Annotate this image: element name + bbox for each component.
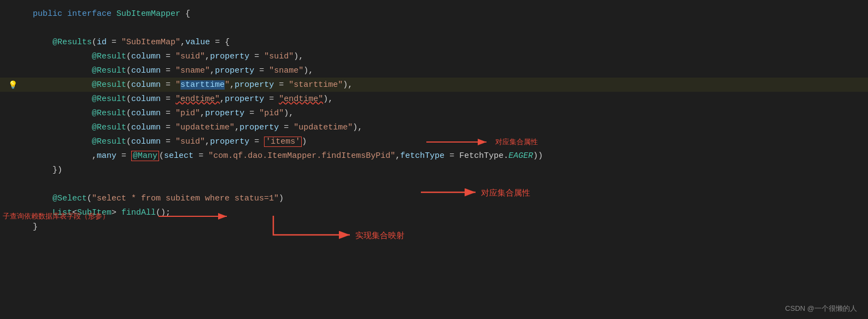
code-editor: public interface SubItemMapper { @Result… [0,0,868,319]
code-line: }) [0,163,868,177]
code-line [0,177,868,191]
code-text: ,many = @Many(select = "com.qf.dao.ItemM… [22,151,868,161]
code-line: @Result(column = "updatetime",property =… [0,120,868,134]
code-line: @Select("select * from subitem where sta… [0,191,868,205]
code-line: public interface SubItemMapper { [0,7,868,21]
code-text: @Result(column = "suid",property = "suid… [22,52,868,61]
code-line: @Results(id = "SubItemMap",value = { [0,35,868,49]
arrow-right-1 [426,136,492,148]
code-text: @Result(column = "sname",property = "sna… [22,66,868,75]
code-line: @Result(column = "sname",property = "sna… [0,63,868,78]
code-text: }) [22,166,868,175]
code-text [22,180,868,189]
annotation-collection-label: 对应集合属性 [495,137,538,147]
code-line: @Result(column = "suid",property = 'item… [0,134,868,149]
code-line [0,21,868,35]
code-line: @Result(column = "pid",property = "pid")… [0,106,868,120]
code-text: @Select("select * from subitem where sta… [22,194,868,203]
code-text: public interface SubItemMapper { [22,9,868,19]
bulb-icon: 💡 [8,80,17,90]
code-text: List<SubItem> findAll(); [22,208,868,217]
csdn-watermark: CSDN @一个很懒的人 [785,304,857,314]
code-text [22,23,868,33]
gutter-bulb: 💡 [0,80,22,90]
code-line: } [0,220,868,234]
code-text: @Results(id = "SubItemMap",value = { [22,38,868,47]
code-text: @Result(column = "endtime",property = "e… [22,94,868,104]
code-text: @Result(column = "pid",property = "pid")… [22,109,868,118]
annotation-collection-property: 对应集合属性 [426,136,538,148]
code-line: @Result(column = "suid",property = "suid… [0,49,868,63]
code-text: @Result(column = "starttime",property = … [22,80,868,90]
code-line: ,many = @Many(select = "com.qf.dao.ItemM… [0,149,868,163]
code-line-highlighted: 💡 @Result(column = "starttime",property … [0,78,868,92]
code-text: @Result(column = "updatetime",property =… [22,123,868,132]
code-text: } [22,222,868,232]
code-line: @Result(column = "endtime",property = "e… [0,92,868,106]
code-line: List<SubItem> findAll(); [0,205,868,220]
